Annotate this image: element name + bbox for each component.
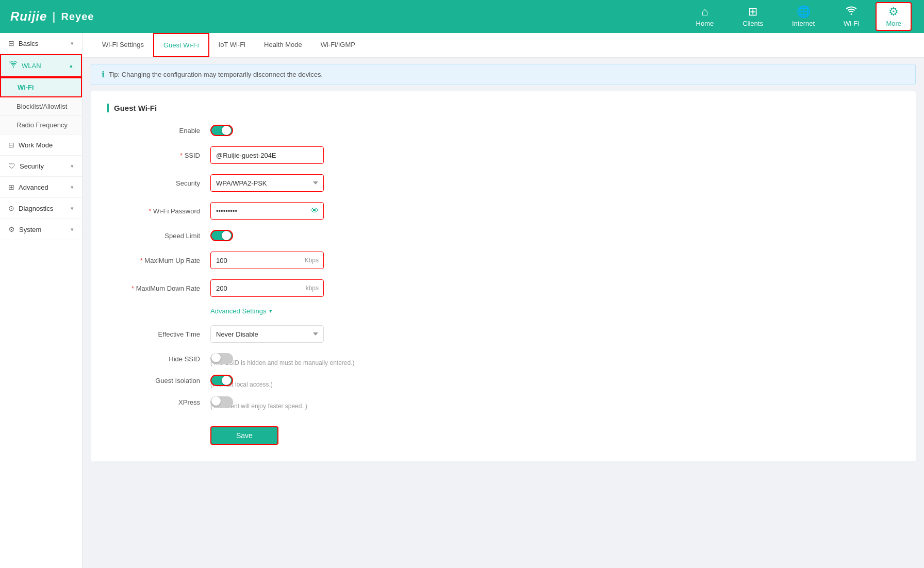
tip-text: Tip: Changing the configuration may temp… (109, 71, 323, 78)
sidebar-item-radio[interactable]: Radio Frequency (0, 116, 82, 135)
max-down-input[interactable] (210, 279, 324, 297)
max-down-row: MaxiMum Down Rate kbps (107, 279, 899, 297)
hide-ssid-hint: (The SSID is hidden and must be manually… (210, 359, 899, 366)
ssid-input[interactable] (210, 146, 324, 164)
eye-icon[interactable]: 👁 (310, 206, 319, 215)
diagnostics-icon: ⊙ (8, 204, 14, 212)
password-input[interactable] (210, 202, 324, 220)
sidebar-workmode-label: Work Mode (19, 141, 53, 149)
more-gear-icon: ⚙ (888, 6, 899, 18)
tabs-bar: Wi-Fi Settings Guest Wi-Fi IoT Wi-Fi Hea… (82, 33, 924, 58)
effective-time-select[interactable]: Never Disable Custom (210, 325, 324, 343)
basics-icon: ⊟ (8, 39, 14, 47)
xpress-toggle[interactable] (210, 396, 233, 408)
advanced-settings-toggle[interactable]: Advanced Settings ▾ (210, 307, 899, 315)
sidebar-advanced-label: Advanced (19, 183, 48, 191)
security-select-wrap: WPA/WPA2-PSK WPA3-SAE None (210, 174, 324, 192)
tab-wifi-settings[interactable]: Wi-Fi Settings (93, 34, 153, 57)
max-up-input[interactable] (210, 252, 324, 269)
guest-isolation-hint: (Prohibit local access.) (210, 381, 899, 388)
sidebar-item-blocklist[interactable]: Blocklist/Allowlist (0, 97, 82, 116)
system-chevron-icon: ▾ (71, 226, 74, 233)
sidebar-item-diagnostics[interactable]: ⊙ Diagnostics ▾ (0, 198, 82, 219)
tab-wifi-igmp[interactable]: Wi-Fi/IGMP (311, 34, 365, 57)
nav-home-label: Home (696, 20, 714, 27)
diagnostics-chevron-icon: ▾ (71, 205, 74, 212)
guest-isolation-toggle[interactable] (210, 375, 233, 386)
advanced-chevron-icon: ▾ (71, 184, 74, 191)
nav-items: ⌂ Home ⊞ Clients 🌐 Internet Wi-Fi ⚙ More (682, 0, 914, 33)
tab-iot-wifi[interactable]: IoT Wi-Fi (209, 34, 255, 57)
workmode-icon: ⊟ (8, 141, 14, 149)
password-row: Wi-Fi Password 👁 (107, 202, 899, 220)
hide-ssid-toggle[interactable] (210, 353, 233, 364)
blocklist-label: Blocklist/Allowlist (16, 103, 67, 110)
guest-isolation-label: Guest Isolation (107, 377, 210, 385)
ssid-row: SSID (107, 146, 899, 164)
nav-wifi[interactable]: Wi-Fi (829, 0, 873, 33)
content-area: Wi-Fi Settings Guest Wi-Fi IoT Wi-Fi Hea… (82, 33, 924, 568)
form-card: Guest Wi-Fi Enable SSID Security (91, 91, 916, 461)
password-input-container: 👁 (210, 202, 324, 220)
advanced-icon: ⊞ (8, 183, 14, 191)
guest-isolation-toggle-wrap (210, 375, 233, 386)
tip-bar: ℹ Tip: Changing the configuration may te… (91, 64, 916, 85)
nav-internet[interactable]: 🌐 Internet (778, 0, 829, 33)
sidebar-item-advanced[interactable]: ⊞ Advanced ▾ (0, 177, 82, 198)
enable-toggle-wrap (210, 125, 233, 136)
tab-guest-wifi[interactable]: Guest Wi-Fi (153, 33, 209, 57)
section-title: Guest Wi-Fi (107, 104, 899, 112)
logo-ruijie: Ruijie (10, 9, 47, 24)
nav-clients-label: Clients (742, 20, 763, 27)
sidebar-item-wifi[interactable]: Wi-Fi (0, 77, 82, 97)
max-up-input-wrap: Kbps (210, 252, 324, 269)
wifi-sub-label: Wi-Fi (18, 83, 34, 91)
enable-label: Enable (107, 127, 210, 135)
sidebar-item-workmode[interactable]: ⊟ Work Mode (0, 135, 82, 156)
system-icon: ⚙ (8, 225, 15, 233)
nav-home[interactable]: ⌂ Home (682, 0, 729, 33)
top-nav: Ruijie | Reyee ⌂ Home ⊞ Clients 🌐 Intern… (0, 0, 924, 33)
security-label: Security (107, 179, 210, 187)
max-down-input-wrap: kbps (210, 279, 324, 297)
sidebar-item-security[interactable]: 🛡 Security ▾ (0, 156, 82, 177)
max-up-row: MaxiMum Up Rate Kbps (107, 252, 899, 269)
xpress-hint: (The client will enjoy faster speed. ) (210, 403, 899, 410)
clients-icon: ⊞ (748, 6, 757, 18)
security-chevron-icon: ▾ (71, 163, 74, 170)
save-button[interactable]: Save (210, 426, 278, 445)
password-label: Wi-Fi Password (107, 207, 210, 215)
main-layout: ⊟ Basics ▾ WLAN ▴ Wi-Fi Block (0, 33, 924, 568)
sidebar-wlan-label: WLAN (22, 62, 41, 70)
speed-limit-row: Speed Limit (107, 230, 899, 241)
hide-ssid-toggle-wrap (210, 353, 233, 364)
info-icon: ℹ (102, 70, 105, 79)
sidebar-system-label: System (19, 226, 41, 233)
effective-time-select-wrap: Never Disable Custom (210, 325, 324, 343)
sidebar-item-system[interactable]: ⚙ System ▾ (0, 219, 82, 240)
security-select[interactable]: WPA/WPA2-PSK WPA3-SAE None (210, 174, 324, 192)
nav-wifi-label: Wi-Fi (844, 20, 859, 27)
nav-more[interactable]: ⚙ More (876, 2, 912, 31)
wlan-icon (9, 61, 18, 70)
home-icon: ⌂ (701, 6, 708, 18)
security-icon: 🛡 (8, 162, 15, 170)
enable-row: Enable (107, 125, 899, 136)
sidebar-item-wlan[interactable]: WLAN ▴ (0, 54, 82, 77)
max-down-label: MaxiMum Down Rate (107, 285, 210, 292)
speed-limit-toggle[interactable] (210, 230, 233, 241)
sidebar-security-label: Security (20, 162, 44, 170)
tab-health-mode[interactable]: Health Mode (255, 34, 311, 57)
logo-separator: | (52, 10, 56, 23)
xpress-label: XPress (107, 398, 210, 406)
max-down-container: kbps (210, 279, 324, 297)
nav-clients[interactable]: ⊞ Clients (728, 0, 778, 33)
enable-toggle[interactable] (210, 125, 233, 136)
radio-label: Radio Frequency (16, 121, 68, 129)
logo-reyee: Reyee (61, 11, 94, 23)
sidebar: ⊟ Basics ▾ WLAN ▴ Wi-Fi Block (0, 33, 82, 568)
sidebar-item-basics[interactable]: ⊟ Basics ▾ (0, 33, 82, 54)
nav-more-label: More (886, 20, 901, 27)
sidebar-diagnostics-label: Diagnostics (19, 205, 53, 212)
effective-time-row: Effective Time Never Disable Custom (107, 325, 899, 343)
